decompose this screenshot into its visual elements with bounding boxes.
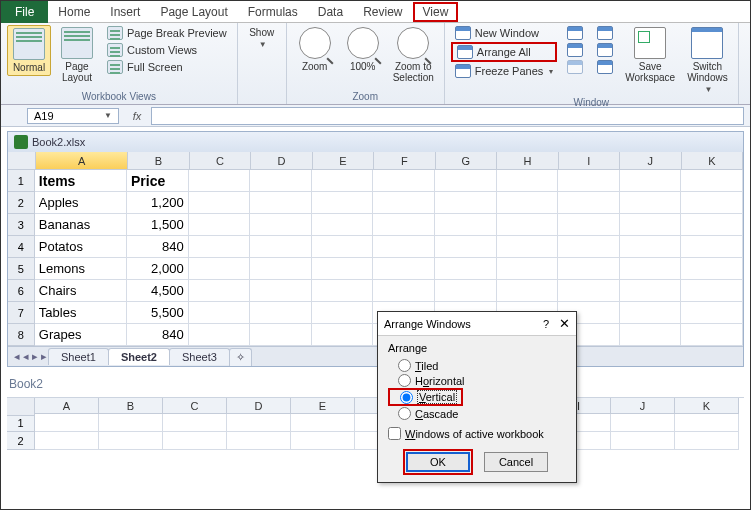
cell[interactable] (373, 258, 435, 280)
cell[interactable] (620, 214, 682, 236)
col-header[interactable]: H (497, 152, 558, 170)
cell[interactable] (373, 170, 435, 192)
cell[interactable] (435, 214, 497, 236)
cell[interactable] (312, 236, 374, 258)
freeze-panes-button[interactable]: Freeze Panes▾ (451, 63, 557, 79)
col-header[interactable]: F (374, 152, 435, 170)
view-side-button[interactable] (593, 25, 617, 41)
cell[interactable] (435, 192, 497, 214)
cell[interactable] (250, 214, 312, 236)
cell[interactable] (681, 324, 743, 346)
normal-view-button[interactable]: Normal (7, 25, 51, 76)
cell[interactable] (611, 414, 675, 432)
cell[interactable] (681, 214, 743, 236)
cell[interactable] (497, 258, 559, 280)
cell[interactable] (497, 280, 559, 302)
cell[interactable]: 840 (127, 324, 189, 346)
cell[interactable]: Bananas (35, 214, 127, 236)
radio-vertical[interactable]: Vertical (388, 388, 463, 406)
cell[interactable] (227, 432, 291, 450)
tab-home[interactable]: Home (48, 2, 100, 22)
row-header[interactable]: 2 (8, 192, 35, 214)
row-header[interactable]: 2 (7, 432, 35, 450)
cell[interactable] (558, 236, 620, 258)
row-header[interactable]: 7 (8, 302, 35, 324)
workbook2-title[interactable]: Book2 (7, 373, 744, 398)
cell[interactable] (99, 414, 163, 432)
cell[interactable]: 1,500 (127, 214, 189, 236)
cell[interactable] (250, 280, 312, 302)
sheet-tab-1[interactable]: Sheet1 (48, 348, 109, 365)
col-header[interactable]: I (559, 152, 620, 170)
cell[interactable] (189, 302, 251, 324)
cell[interactable]: 4,500 (127, 280, 189, 302)
new-sheet-button[interactable]: ✧ (229, 348, 252, 366)
cell[interactable] (497, 236, 559, 258)
radio-horizontal[interactable]: Horizontal (388, 373, 566, 388)
cell[interactable] (497, 170, 559, 192)
radio-cascade[interactable]: Cascade (388, 406, 566, 421)
switch-windows-button[interactable]: Switch Windows▼ (683, 25, 732, 96)
cell[interactable] (189, 192, 251, 214)
cell[interactable] (250, 192, 312, 214)
custom-views-button[interactable]: Custom Views (103, 42, 231, 58)
row-header[interactable]: 1 (7, 414, 35, 432)
cell[interactable] (99, 432, 163, 450)
checkbox-active-workbook[interactable]: Windows of active workbook (388, 427, 566, 440)
col-header[interactable]: E (313, 152, 374, 170)
cell[interactable] (163, 414, 227, 432)
sheet-nav[interactable]: ◂ ◂ ▸ ▸ (10, 350, 48, 363)
cell[interactable] (189, 258, 251, 280)
col-header[interactable]: K (675, 398, 739, 414)
split-button[interactable] (563, 25, 587, 41)
select-all-corner[interactable] (7, 398, 35, 416)
cell[interactable] (312, 214, 374, 236)
cell[interactable]: 5,500 (127, 302, 189, 324)
col-header[interactable]: J (611, 398, 675, 414)
cell[interactable] (35, 414, 99, 432)
col-header[interactable]: J (620, 152, 681, 170)
col-header[interactable]: B (128, 152, 189, 170)
cell[interactable] (312, 192, 374, 214)
row-header[interactable]: 4 (8, 236, 35, 258)
cell[interactable] (620, 302, 682, 324)
sheet-tab-3[interactable]: Sheet3 (169, 348, 230, 365)
arrange-all-button[interactable]: Arrange All (451, 42, 557, 62)
zoom-100-button[interactable]: 100% (341, 25, 385, 74)
grid-2[interactable]: ABCDEFGHIJK 12 (7, 398, 744, 450)
cancel-button[interactable]: Cancel (484, 452, 548, 472)
col-header[interactable]: C (190, 152, 251, 170)
workbook-titlebar[interactable]: Book2.xlsx (8, 132, 743, 152)
col-header[interactable]: K (682, 152, 743, 170)
cell[interactable] (558, 258, 620, 280)
new-window-button[interactable]: New Window (451, 25, 557, 41)
cell[interactable] (435, 170, 497, 192)
select-all-corner[interactable] (8, 152, 36, 170)
cell[interactable] (435, 236, 497, 258)
cell[interactable] (681, 302, 743, 324)
dialog-titlebar[interactable]: Arrange Windows ? ✕ (378, 312, 576, 336)
col-header[interactable]: G (436, 152, 497, 170)
cell[interactable] (250, 302, 312, 324)
formula-input[interactable] (151, 107, 744, 125)
cell[interactable] (291, 414, 355, 432)
unhide-button[interactable] (563, 59, 587, 75)
cell[interactable]: 1,200 (127, 192, 189, 214)
radio-tiled[interactable]: Tiled (388, 358, 566, 373)
cell[interactable] (35, 432, 99, 450)
fx-icon[interactable]: fx (129, 110, 145, 122)
cell[interactable] (435, 280, 497, 302)
row-header[interactable]: 3 (8, 214, 35, 236)
col-header[interactable]: A (36, 152, 128, 170)
cell[interactable] (373, 280, 435, 302)
cell[interactable] (312, 280, 374, 302)
cell[interactable] (250, 324, 312, 346)
cell[interactable] (620, 170, 682, 192)
col-header[interactable]: D (251, 152, 312, 170)
cell[interactable] (558, 192, 620, 214)
col-header[interactable]: D (227, 398, 291, 414)
sync-scroll-button[interactable] (593, 42, 617, 58)
tab-view[interactable]: View (413, 2, 459, 22)
close-icon[interactable]: ✕ (559, 316, 570, 331)
cell[interactable] (611, 432, 675, 450)
